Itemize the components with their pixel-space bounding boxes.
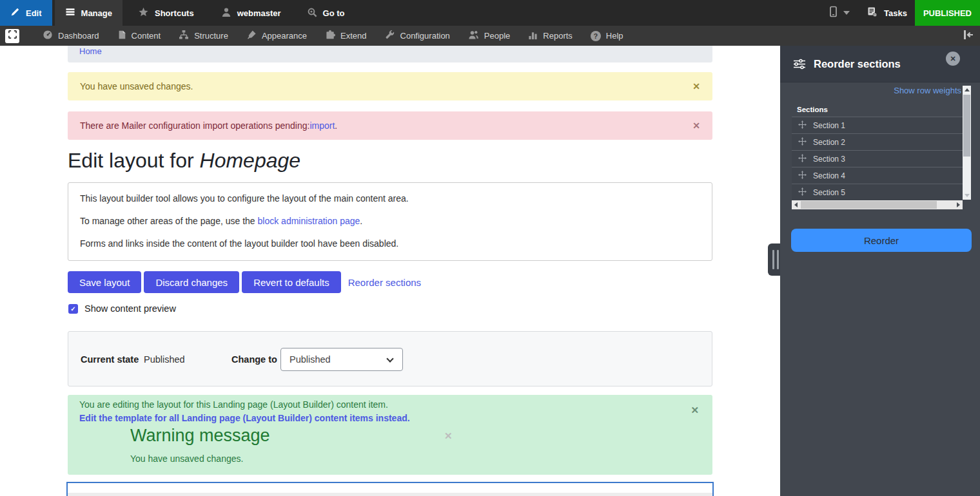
vertical-scrollbar-thumb[interactable] <box>963 95 970 157</box>
close-icon[interactable]: ✕ <box>444 430 453 442</box>
dock-left-icon <box>963 30 974 43</box>
reorder-sections-link[interactable]: Reorder sections <box>348 277 421 288</box>
section-row[interactable]: Section 5 <box>792 184 963 200</box>
close-icon[interactable]: ✕ <box>691 405 699 416</box>
preview-checkbox-label: Show content preview <box>84 303 176 314</box>
scroll-down-arrow[interactable] <box>963 191 971 200</box>
content-preview-toggle: ✓ Show content preview <box>68 303 176 314</box>
discard-changes-button[interactable]: Discard changes <box>144 271 239 293</box>
save-layout-button[interactable]: Save layout <box>68 271 141 293</box>
manage-tab[interactable]: Manage <box>55 0 122 26</box>
close-panel-button[interactable]: ✕ <box>946 52 960 66</box>
people-icon <box>468 30 479 42</box>
tray-label: Appearance <box>262 31 307 41</box>
scroll-right-arrow[interactable] <box>954 200 963 209</box>
tray-item-dashboard[interactable]: Dashboard <box>34 26 108 46</box>
move-icon[interactable] <box>798 154 807 164</box>
triangle-left-icon <box>794 202 798 207</box>
tray-item-people[interactable]: People <box>459 26 519 46</box>
bar-chart-icon <box>528 30 538 42</box>
question-icon: ? <box>591 31 601 41</box>
section-row[interactable]: Section 2 <box>792 133 963 150</box>
preview-checkbox[interactable]: ✓ <box>68 304 78 314</box>
change-to-selected-option: Published <box>289 354 331 365</box>
reorder-sections-panel: Reorder sections ✕ Show row weights Sect… <box>780 46 980 496</box>
block-admin-link[interactable]: block administration page <box>258 216 360 226</box>
layout-section-region <box>68 493 712 496</box>
layout-builder-intro: This layout builder tool allows you to c… <box>68 182 712 261</box>
panel-header: Reorder sections ✕ <box>780 46 980 82</box>
error-text-prefix: There are Mailer configuration import op… <box>80 120 309 131</box>
chevron-down-icon <box>843 11 850 15</box>
section-row[interactable]: Section 4 <box>792 167 963 184</box>
page-title-emphasis: Homepage <box>200 149 301 172</box>
section-row-label: Section 3 <box>813 155 845 164</box>
section-row[interactable]: Section 3 <box>792 150 963 167</box>
notice-line1: You are editing the layout for this Land… <box>79 399 388 410</box>
layout-actions: Save layout Discard changes Revert to de… <box>68 271 421 293</box>
triangle-down-icon <box>965 194 970 197</box>
layout-section-outline <box>66 482 714 496</box>
tray-item-reports[interactable]: Reports <box>519 26 582 46</box>
edit-tab[interactable]: Edit <box>0 0 52 26</box>
tasks-icon <box>867 6 878 19</box>
goto-menu[interactable]: Go to <box>297 0 355 26</box>
tasks-button[interactable]: Tasks <box>859 0 915 26</box>
layout-builder-main: Home You have unsaved changes. ✕ There a… <box>0 46 780 496</box>
user-menu-label: webmaster <box>237 8 281 18</box>
toolbar-orientation-toggle[interactable] <box>956 30 980 43</box>
back-to-site-button[interactable] <box>5 29 19 43</box>
horizontal-scrollbar-thumb[interactable] <box>801 201 937 209</box>
tray-item-content[interactable]: Content <box>108 26 170 46</box>
page-title: Edit layout for Homepage <box>68 149 300 173</box>
grip-line <box>777 250 779 269</box>
sliders-icon <box>792 59 807 72</box>
breadcrumb-home-link[interactable]: Home <box>79 46 102 56</box>
tray-label: Structure <box>194 31 228 41</box>
move-icon[interactable] <box>798 137 807 148</box>
close-icon[interactable]: ✕ <box>692 120 700 131</box>
mailer-pending-message: There are Mailer configuration import op… <box>68 111 712 140</box>
escape-admin-icon <box>8 30 17 42</box>
shortcuts-tab[interactable]: Shortcuts <box>128 0 204 26</box>
tray-item-help[interactable]: ? Help <box>582 26 632 46</box>
page-title-prefix: Edit layout for <box>68 149 200 172</box>
horizontal-scrollbar[interactable] <box>792 200 963 209</box>
tray-item-extend[interactable]: Extend <box>316 26 375 46</box>
tray-label: Extend <box>340 31 366 41</box>
move-icon[interactable] <box>798 187 807 198</box>
move-icon[interactable] <box>798 120 807 131</box>
change-to-select[interactable]: Published <box>280 348 403 371</box>
tray-label: Help <box>606 31 623 41</box>
import-link[interactable]: import <box>309 120 335 131</box>
tray-item-structure[interactable]: Structure <box>170 26 237 46</box>
tray-item-appearance[interactable]: Appearance <box>237 26 316 46</box>
error-text-suffix: . <box>335 120 337 131</box>
user-menu[interactable]: webmaster <box>211 0 291 26</box>
revert-defaults-button[interactable]: Revert to defaults <box>242 271 341 293</box>
scroll-up-arrow[interactable] <box>963 86 971 94</box>
show-row-weights-link[interactable]: Show row weights <box>894 86 961 95</box>
edit-tab-label: Edit <box>26 8 42 18</box>
tray-item-configuration[interactable]: Configuration <box>376 26 459 46</box>
move-icon[interactable] <box>798 171 807 181</box>
scroll-left-arrow[interactable] <box>792 200 800 209</box>
current-state-label: Current state <box>81 354 139 365</box>
tasks-label: Tasks <box>884 8 907 18</box>
close-icon[interactable]: ✕ <box>692 81 700 91</box>
section-row[interactable]: Section 1 <box>792 117 963 133</box>
device-preview-button[interactable] <box>819 0 859 26</box>
warning-message-title: Warning message <box>130 426 270 446</box>
vertical-scrollbar[interactable] <box>963 86 971 200</box>
sitemap-icon <box>179 30 189 42</box>
file-icon <box>117 30 126 42</box>
sections-table-header: Sections <box>792 102 963 117</box>
edit-template-link[interactable]: Edit the template for all Landing page (… <box>79 413 410 423</box>
published-status-badge: PUBLISHED <box>915 0 980 26</box>
reorder-button[interactable]: Reorder <box>791 229 972 252</box>
intro-p2-suffix: . <box>360 216 362 226</box>
tray-label: Configuration <box>400 31 450 41</box>
gauge-icon <box>43 30 53 42</box>
admin-toolbar: Edit Manage Shortcuts webmaster Go to Ta… <box>0 0 980 26</box>
search-icon <box>307 7 317 19</box>
